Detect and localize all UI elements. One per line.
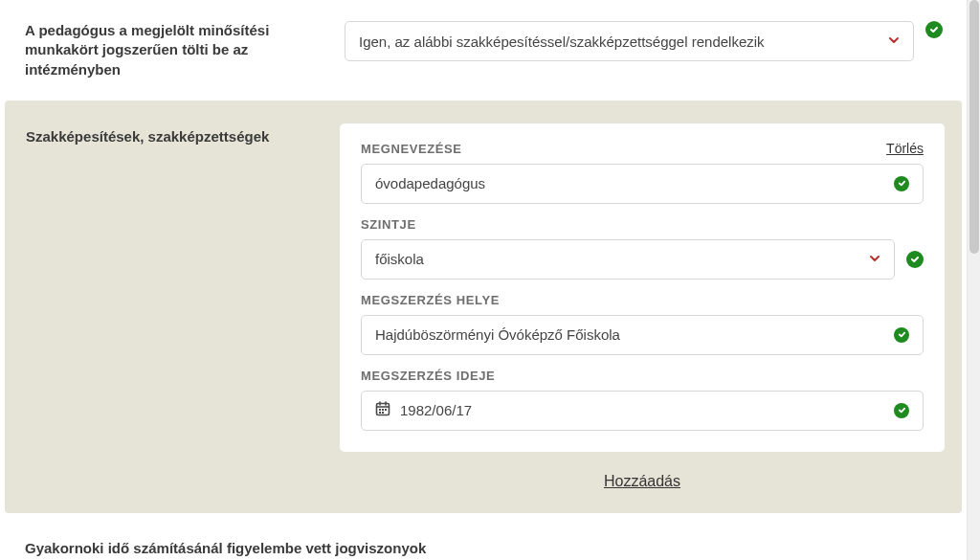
scrollbar-thumb[interactable] <box>969 0 979 254</box>
field-label-place: MEGSZERZÉS HELYE <box>361 293 924 307</box>
chevron-down-icon <box>869 252 880 267</box>
level-value: főiskola <box>375 251 861 267</box>
chevron-down-icon <box>888 34 900 49</box>
svg-rect-6 <box>385 409 387 411</box>
place-value: Hajdúböszörményi Óvóképző Főiskola <box>375 326 884 343</box>
role-legal-select[interactable]: Igen, az alábbi szakképesítéssel/szakkép… <box>345 21 914 61</box>
field-label-date: MEGSZERZÉS IDEJE <box>361 369 924 383</box>
svg-rect-5 <box>382 409 384 411</box>
qualification-card: MEGNEVEZÉSE Törlés óvodapedagógus SZINTJ <box>340 123 945 452</box>
qualifications-heading: Szakképesítések, szakképzettségek <box>26 123 340 146</box>
name-value: óvodapedagógus <box>375 175 884 191</box>
date-value: 1982/06/17 <box>400 402 884 418</box>
check-circle-icon <box>925 21 943 38</box>
qualifications-panel: Szakképesítések, szakképzettségek MEGNEV… <box>5 101 962 513</box>
date-input[interactable]: 1982/06/17 <box>361 391 924 431</box>
scrollbar-track[interactable] <box>967 0 980 560</box>
check-circle-icon <box>906 251 924 268</box>
svg-rect-8 <box>382 412 384 414</box>
field-label-level: SZINTJE <box>361 217 924 232</box>
name-input[interactable]: óvodapedagógus <box>361 164 924 204</box>
place-input[interactable]: Hajdúböszörményi Óvóképző Főiskola <box>361 315 924 355</box>
add-link[interactable]: Hozzáadás <box>604 473 680 489</box>
role-legal-label: A pedagógus a megjelölt minősítési munka… <box>25 21 345 79</box>
calendar-icon <box>375 401 390 419</box>
check-circle-icon <box>894 327 909 343</box>
gyakornoki-section-title: Gyakornoki idő számításánál figyelembe v… <box>0 513 967 560</box>
check-circle-icon <box>894 403 909 418</box>
svg-rect-4 <box>379 409 381 411</box>
check-circle-icon <box>894 176 909 191</box>
delete-link[interactable]: Törlés <box>886 141 924 156</box>
role-legal-value: Igen, az alábbi szakképesítéssel/szakkép… <box>359 34 880 50</box>
level-select[interactable]: főiskola <box>361 239 895 280</box>
field-label-name: MEGNEVEZÉSE <box>361 142 462 156</box>
svg-rect-7 <box>379 412 381 414</box>
